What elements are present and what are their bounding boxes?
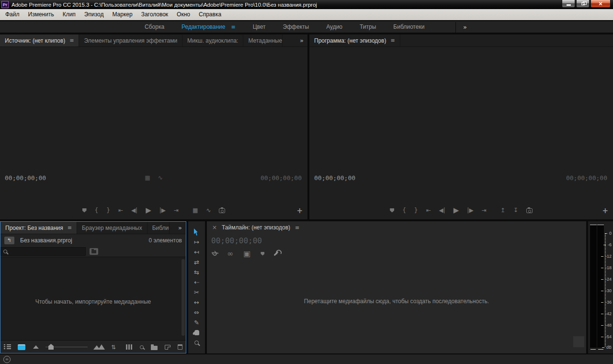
play-icon[interactable]: ▶ (146, 206, 151, 215)
slider-handle[interactable] (48, 344, 54, 350)
step-back-icon[interactable]: ◀| (131, 207, 137, 214)
search-input[interactable] (0, 247, 86, 256)
workspace-menu-icon[interactable]: ≡ (231, 24, 236, 30)
restore-button[interactable] (576, 0, 590, 8)
drag-audio-icon[interactable]: ∿ (206, 207, 211, 214)
menu-window[interactable]: Окно (172, 9, 194, 20)
tab-audio-clip-mixer[interactable]: Микш. аудиоклипа: (182, 34, 243, 46)
menu-clip[interactable]: Клип (58, 9, 80, 20)
navigate-up-button[interactable]: ↰ (4, 237, 14, 244)
hand-icon (194, 330, 199, 335)
go-to-in-icon[interactable]: ⇤ (118, 207, 123, 214)
minimize-button[interactable] (562, 0, 575, 8)
mark-in-icon[interactable]: { (402, 207, 406, 214)
track-select-forward-tool[interactable]: ↦ (188, 237, 205, 247)
rate-stretch-tool[interactable]: ⇆ (188, 267, 205, 277)
tab-project[interactable]: Проект: Без названия ≡ (0, 222, 77, 234)
lift-icon[interactable]: ↥ (500, 207, 505, 214)
audio-waveform-icon[interactable]: ∿ (158, 174, 163, 181)
tab-effect-controls[interactable]: Элементы управления эффектами (79, 34, 182, 46)
timeline-settings-wrench-icon[interactable] (274, 251, 279, 256)
delete-icon[interactable] (178, 344, 182, 350)
workspace-audio[interactable]: Аудио (326, 23, 342, 30)
workspace-effects[interactable]: Эффекты (283, 23, 309, 30)
tab-program[interactable]: Программа: (нет эпизодов) ≡ (309, 34, 400, 46)
tab-libraries[interactable]: Библиотеки (148, 222, 170, 234)
timeline-panel-menu-icon[interactable]: ≡ (295, 225, 299, 231)
close-button[interactable] (590, 0, 611, 8)
step-forward-icon[interactable]: |▶ (467, 207, 473, 214)
timeline-tab-label[interactable]: Таймлайн: (нет эпизодов) (222, 224, 290, 231)
zoom-out-thumbnail-icon[interactable] (33, 345, 39, 349)
source-panel-menu-icon[interactable]: ≡ (69, 37, 74, 44)
thumbnail-zoom-slider[interactable] (45, 347, 88, 347)
project-file-name[interactable]: Без названия.prproj (20, 237, 72, 244)
timeline-scroll-corner[interactable] (573, 336, 584, 347)
menu-file[interactable]: Файл (1, 9, 24, 20)
workspace-editing[interactable]: Редактирование (182, 23, 225, 30)
program-panel-menu-icon[interactable]: ≡ (390, 37, 395, 44)
workspace-color[interactable]: Цвет (253, 23, 266, 30)
creative-cloud-icon[interactable] (3, 356, 11, 363)
hand-tool[interactable] (188, 328, 205, 338)
nest-sequence-icon[interactable]: ▣ (243, 249, 250, 258)
project-scrollbar[interactable] (182, 259, 185, 336)
ripple-edit-tool[interactable]: ⇠ (188, 277, 205, 287)
timeline-close-icon[interactable]: × (212, 224, 217, 231)
play-icon[interactable]: ▶ (454, 206, 459, 215)
track-select-backward-tool[interactable]: ↤ (188, 247, 205, 257)
menu-edit[interactable]: Изменить (24, 9, 58, 20)
zoom-tool[interactable] (188, 338, 205, 348)
freeform-view-icon[interactable] (126, 344, 133, 350)
go-to-in-icon[interactable]: ⇤ (426, 207, 431, 214)
extract-icon[interactable]: ↧ (513, 207, 518, 214)
tab-metadata[interactable]: Метаданные (243, 34, 283, 46)
selection-tool[interactable] (188, 227, 205, 237)
project-item-list[interactable]: Чтобы начать, импортируйте медиаданные (0, 257, 186, 341)
workspace-titles[interactable]: Титры (360, 23, 376, 30)
workspace-libraries[interactable]: Библиотеки (393, 23, 424, 30)
menu-sequence[interactable]: Эпизод (80, 9, 108, 20)
list-view-icon[interactable] (4, 344, 11, 350)
new-item-icon[interactable] (165, 345, 170, 350)
menu-help[interactable]: Справка (194, 9, 226, 20)
source-tabs-overflow-icon[interactable]: » (296, 34, 307, 46)
snap-icon[interactable] (212, 250, 218, 257)
slide-tool[interactable]: ⇔ (188, 307, 205, 318)
menu-marker[interactable]: Маркер (108, 9, 136, 20)
go-to-out-icon[interactable]: ⇥ (482, 207, 487, 214)
pen-tool[interactable]: ✎ (188, 318, 205, 328)
razor-tool[interactable]: ✂ (188, 287, 205, 297)
go-to-out-icon[interactable]: ⇥ (174, 207, 179, 214)
icon-view-icon[interactable] (18, 344, 25, 350)
zoom-in-thumbnail-icon[interactable] (93, 344, 105, 350)
tab-source[interactable]: Источник: (нет клипов) ≡ (0, 34, 79, 46)
linked-selection-icon[interactable]: ∞ (227, 249, 233, 258)
workspace-overflow-icon[interactable]: » (463, 23, 467, 31)
export-frame-icon[interactable] (219, 208, 225, 213)
source-button-editor-icon[interactable]: + (296, 207, 303, 214)
workspace-assembly[interactable]: Сборка (145, 23, 164, 30)
menu-title[interactable]: Заголовок (137, 9, 172, 20)
video-display-icon[interactable]: ▦ (145, 174, 150, 181)
export-frame-icon[interactable] (526, 208, 533, 213)
mark-out-icon[interactable]: } (414, 207, 418, 214)
add-marker-icon[interactable] (82, 208, 87, 213)
project-panel-menu-icon[interactable]: ≡ (68, 225, 72, 231)
mark-in-icon[interactable]: { (95, 207, 99, 214)
program-button-editor-icon[interactable]: + (602, 207, 608, 214)
tab-media-browser[interactable]: Браузер медиаданных (77, 222, 148, 234)
add-marker-icon[interactable] (261, 252, 264, 256)
find-icon[interactable] (140, 345, 144, 349)
drag-video-icon[interactable]: ▦ (193, 207, 198, 214)
slip-tool[interactable]: ↔ (188, 297, 205, 307)
search-in-bin-button[interactable] (90, 248, 98, 255)
add-marker-icon[interactable] (390, 208, 394, 213)
step-forward-icon[interactable]: |▶ (159, 207, 166, 214)
new-bin-icon[interactable] (151, 346, 158, 350)
mark-out-icon[interactable]: } (106, 207, 110, 214)
step-back-icon[interactable]: ◀| (439, 207, 445, 214)
project-tabs-overflow-icon[interactable]: » (174, 222, 186, 234)
sort-icons-icon[interactable]: ⇅ (111, 344, 116, 351)
rolling-edit-tool[interactable]: ⇄ (188, 257, 205, 267)
